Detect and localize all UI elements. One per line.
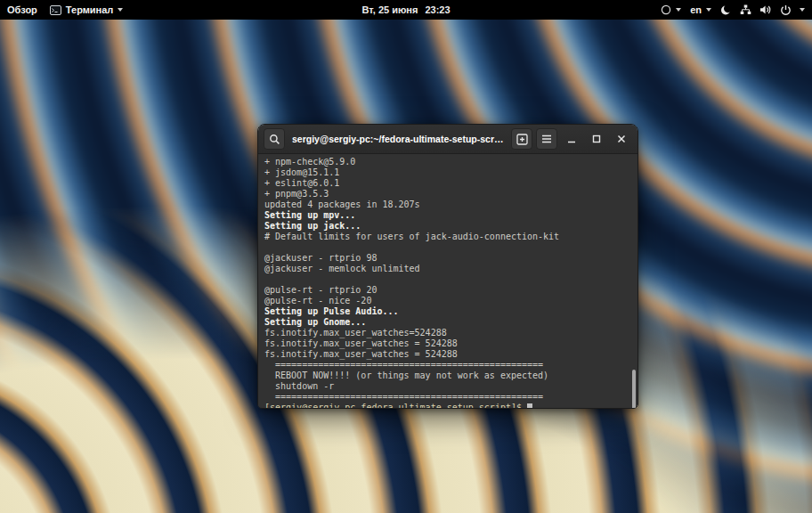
new-tab-button[interactable] <box>511 128 532 150</box>
night-light-moon-icon <box>720 4 732 16</box>
terminal-output: + npm-check@5.9.0+ jsdom@15.1.1+ eslint@… <box>264 157 637 403</box>
clock-button[interactable]: Вт, 25 июня 23:23 <box>361 4 450 15</box>
top-bar: Обзор Терминал Вт, 25 июня 23:23 <box>0 0 812 20</box>
circle-indicator-icon <box>661 4 671 15</box>
keyboard-layout-menu[interactable]: en <box>690 0 711 20</box>
minimize-button[interactable] <box>561 128 582 150</box>
menu-button[interactable] <box>536 128 557 150</box>
shell-prompt-line: [sergiy@sergiy-pc fedora-ultimate-setup-… <box>264 403 637 409</box>
chevron-down-icon <box>676 8 681 12</box>
close-button[interactable] <box>611 128 632 150</box>
terminal-line: updated 4 packages in 18.207s <box>264 200 637 210</box>
network-icon <box>740 4 751 15</box>
app-menu-label: Терминал <box>66 4 114 15</box>
chevron-down-icon <box>706 8 711 12</box>
terminal-line: + eslint@6.0.1 <box>264 178 637 189</box>
terminal-line: shutdown -r <box>264 381 637 392</box>
new-tab-icon <box>516 134 528 145</box>
terminal-line <box>264 242 637 253</box>
power-icon <box>780 4 792 16</box>
app-menu-terminal[interactable]: Терминал <box>50 0 124 20</box>
terminal-line: @pulse-rt - nice -20 <box>264 296 637 306</box>
indicator-menu[interactable] <box>661 0 681 20</box>
terminal-line: Setting up Pulse Audio... <box>264 306 637 317</box>
terminal-line: @jackuser - memlock unlimited <box>264 264 637 274</box>
terminal-line: @jackuser - rtprio 98 <box>264 253 637 264</box>
text-cursor <box>527 403 532 410</box>
terminal-titlebar[interactable]: sergiy@sergiy-pc:~/fedora-ultimate-setup… <box>258 125 637 154</box>
search-button[interactable] <box>264 128 285 150</box>
maximize-button[interactable] <box>586 128 607 150</box>
close-icon <box>616 134 627 144</box>
keyboard-layout-label: en <box>690 4 702 15</box>
terminal-line: Setting up jack... <box>264 221 637 232</box>
terminal-viewport[interactable]: + npm-check@5.9.0+ jsdom@15.1.1+ eslint@… <box>258 154 637 409</box>
window-title: sergiy@sergiy-pc:~/fedora-ultimate-setup… <box>288 134 508 144</box>
terminal-line: ========================================… <box>264 392 637 403</box>
terminal-app-icon <box>50 5 61 15</box>
activities-button[interactable]: Обзор <box>7 0 37 20</box>
terminal-line: Setting up mpv... <box>264 210 637 221</box>
terminal-line <box>264 274 637 285</box>
terminal-line: + npm-check@5.9.0 <box>264 157 637 167</box>
activities-label: Обзор <box>7 4 37 15</box>
scrollbar-thumb[interactable] <box>632 370 636 409</box>
system-menu[interactable] <box>720 0 805 20</box>
terminal-line: ========================================… <box>264 360 637 370</box>
terminal-line: fs.inotify.max_user_watches=524288 <box>264 328 637 338</box>
clock-date: Вт, 25 июня <box>361 4 418 15</box>
hamburger-menu-icon <box>541 134 552 143</box>
terminal-line: fs.inotify.max_user_watches = 524288 <box>264 349 637 360</box>
maximize-icon <box>591 134 602 144</box>
terminal-line: + pnpm@3.5.3 <box>264 189 637 200</box>
terminal-line: # Default limits for users of jack-audio… <box>264 232 637 242</box>
terminal-window: sergiy@sergiy-pc:~/fedora-ultimate-setup… <box>257 124 638 409</box>
search-icon <box>269 134 280 145</box>
chevron-down-icon <box>800 8 805 12</box>
minimize-icon <box>566 134 577 144</box>
volume-icon <box>759 4 772 15</box>
terminal-line: fs.inotify.max_user_watches = 524288 <box>264 338 637 349</box>
shell-prompt: [sergiy@sergiy-pc fedora-ultimate-setup-… <box>264 403 522 409</box>
chevron-down-icon <box>118 8 123 12</box>
terminal-line: @pulse-rt - rtprio 20 <box>264 285 637 296</box>
clock-time: 23:23 <box>425 4 450 15</box>
terminal-line: + jsdom@15.1.1 <box>264 167 637 178</box>
terminal-line: REBOOT NOW!!!! (or things may not work a… <box>264 370 637 381</box>
terminal-line: Setting up Gnome... <box>264 317 637 328</box>
